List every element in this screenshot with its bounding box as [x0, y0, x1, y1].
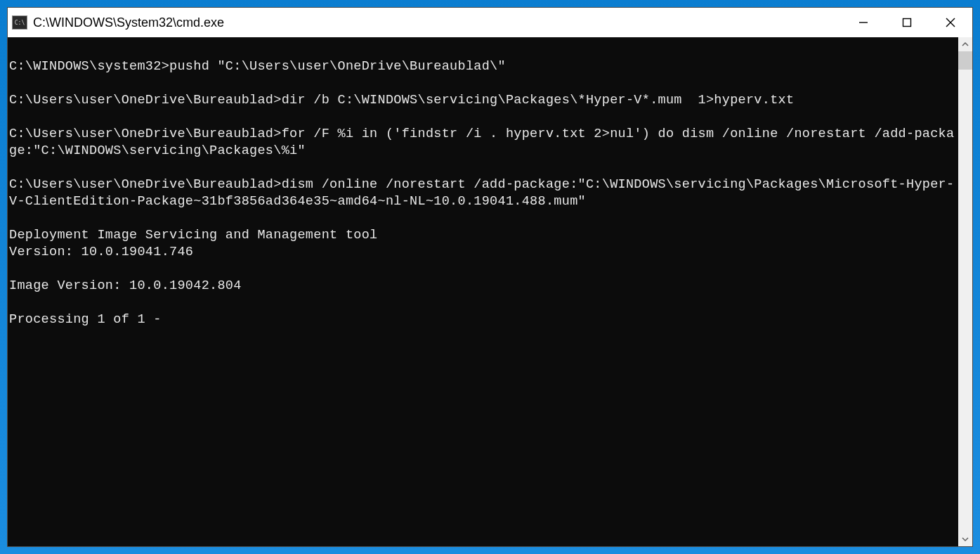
- cmd-icon: C:\: [12, 15, 27, 30]
- maximize-button[interactable]: [885, 8, 929, 37]
- minimize-button[interactable]: [842, 8, 885, 37]
- cmd-window: C:\ C:\WINDOWS\System32\cmd.exe C:\WINDO…: [7, 7, 973, 547]
- scrollbar[interactable]: [958, 37, 972, 546]
- content-wrapper: C:\WINDOWS\system32>pushd "C:\Users\user…: [8, 37, 972, 546]
- close-icon: [946, 18, 955, 27]
- svg-rect-1: [903, 19, 911, 27]
- close-button[interactable]: [929, 8, 972, 37]
- minimize-icon: [858, 18, 868, 27]
- scroll-thumb[interactable]: [958, 51, 972, 70]
- scroll-down-arrow[interactable]: [958, 532, 972, 546]
- window-controls: [842, 8, 972, 37]
- chevron-down-icon: [962, 536, 969, 543]
- scroll-track[interactable]: [958, 51, 972, 532]
- window-title: C:\WINDOWS\System32\cmd.exe: [33, 15, 842, 30]
- chevron-up-icon: [962, 41, 969, 48]
- titlebar[interactable]: C:\ C:\WINDOWS\System32\cmd.exe: [8, 8, 972, 37]
- terminal-output[interactable]: C:\WINDOWS\system32>pushd "C:\Users\user…: [8, 37, 958, 546]
- maximize-icon: [902, 18, 912, 27]
- scroll-up-arrow[interactable]: [958, 37, 972, 51]
